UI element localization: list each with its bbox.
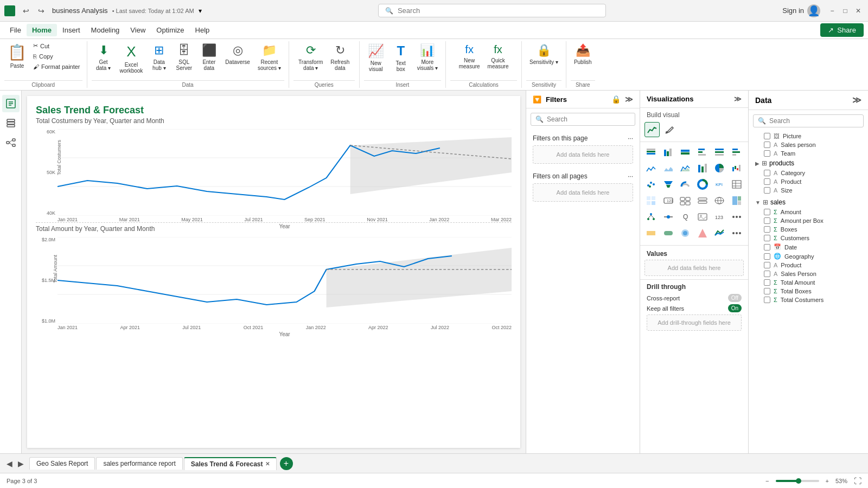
- menu-insert[interactable]: Insert: [57, 24, 86, 36]
- data-item-date[interactable]: 📅 Date: [753, 242, 864, 252]
- zoom-minus-button[interactable]: −: [765, 478, 769, 484]
- viz-treemap[interactable]: [729, 193, 744, 208]
- data-panel-expand-icon[interactable]: ≫: [852, 95, 861, 105]
- sign-in-button[interactable]: Sign in 👤: [782, 4, 820, 17]
- viz-kpi[interactable]: KPI: [712, 177, 727, 192]
- left-icon-report[interactable]: [2, 95, 20, 112]
- viz-card[interactable]: 123: [661, 193, 676, 208]
- filters-all-more-icon[interactable]: ···: [628, 172, 633, 180]
- viz-scatter[interactable]: [643, 177, 659, 192]
- ribbon-quick-measure-button[interactable]: fx Quickmeasure: [484, 41, 512, 79]
- checkbox-product-sales[interactable]: [764, 262, 770, 268]
- data-item-category[interactable]: A Category: [753, 169, 864, 177]
- global-search-bar[interactable]: 🔍: [378, 4, 606, 17]
- ribbon-dataverse-button[interactable]: ◎ Dataverse: [222, 41, 253, 79]
- data-item-product-sales[interactable]: A Product: [753, 261, 864, 269]
- fit-to-page-icon[interactable]: ⛶: [854, 477, 861, 485]
- page-nav-next[interactable]: ▶: [16, 458, 26, 469]
- data-item-team[interactable]: A Team: [753, 149, 864, 158]
- checkbox-total-amount[interactable]: [764, 279, 770, 286]
- ribbon-cut-button[interactable]: ✂ Cut: [31, 41, 82, 50]
- viz-line-area[interactable]: [678, 160, 693, 176]
- filter-expand-icon[interactable]: ≫: [625, 95, 633, 104]
- viz-ellipsis[interactable]: [729, 226, 744, 241]
- checkbox-picture[interactable]: [764, 133, 770, 139]
- ribbon-new-measure-button[interactable]: fx Newmeasure: [456, 41, 483, 79]
- ribbon-datahub-button[interactable]: ⊞ Datahub ▾: [147, 41, 171, 79]
- checkbox-total-costumers[interactable]: [764, 297, 770, 303]
- checkbox-customers[interactable]: [764, 235, 770, 241]
- zoom-slider[interactable]: [776, 480, 819, 482]
- viz-matrix[interactable]: [643, 193, 659, 208]
- ribbon-paste-button[interactable]: 📋 Paste: [4, 41, 30, 79]
- viz-custom4[interactable]: [695, 226, 710, 241]
- viz-map[interactable]: [712, 193, 727, 208]
- data-item-picture[interactable]: 🖼 Picture: [753, 132, 864, 140]
- checkbox-size[interactable]: [764, 187, 770, 194]
- viz-more-dots[interactable]: [729, 209, 744, 224]
- viz-multicard[interactable]: [678, 193, 693, 208]
- ribbon-text-box-button[interactable]: T Textbox: [389, 41, 413, 79]
- viz-clustered-bar[interactable]: [661, 144, 676, 159]
- viz-image[interactable]: [695, 209, 710, 224]
- share-button[interactable]: ↗ Share: [820, 23, 864, 37]
- viz-keyinfluencer[interactable]: [661, 209, 676, 224]
- viz-panel-expand-icon[interactable]: ≫: [734, 95, 742, 103]
- checkbox-geography[interactable]: [764, 253, 770, 260]
- viz-area2[interactable]: [661, 160, 676, 176]
- viz-barH3[interactable]: [729, 144, 744, 159]
- checkbox-team[interactable]: [764, 150, 770, 157]
- left-icon-data[interactable]: [2, 114, 20, 132]
- ribbon-copy-button[interactable]: ⎘ Copy: [31, 52, 82, 61]
- drill-cross-report-toggle[interactable]: Off: [728, 294, 742, 302]
- viz-custom2[interactable]: [661, 226, 676, 241]
- viz-custom1[interactable]: [643, 226, 659, 241]
- filter-search-box[interactable]: 🔍: [531, 113, 635, 126]
- tab-geo-sales[interactable]: Geo Sales Report: [29, 457, 95, 470]
- menu-home[interactable]: Home: [27, 24, 57, 36]
- viz-waterfall[interactable]: [729, 160, 744, 176]
- filters-page-more-icon[interactable]: ···: [628, 134, 633, 142]
- data-item-customers[interactable]: Σ Customers: [753, 234, 864, 242]
- viz-donut[interactable]: [695, 177, 710, 192]
- viz-number[interactable]: 123: [712, 209, 727, 224]
- data-item-boxes[interactable]: Σ Boxes: [753, 225, 864, 234]
- viz-pie[interactable]: [712, 160, 727, 176]
- data-item-product[interactable]: A Product: [753, 177, 864, 186]
- ribbon-new-visual-button[interactable]: 📈 Newvisual: [364, 41, 388, 79]
- checkbox-total-boxes[interactable]: [764, 288, 770, 294]
- checkbox-sales-person-field[interactable]: [764, 271, 770, 277]
- data-item-total-costumers[interactable]: Σ Total Costumers: [753, 296, 864, 304]
- menu-help[interactable]: Help: [190, 24, 215, 36]
- viz-barH1[interactable]: [695, 144, 710, 159]
- tab-close-button[interactable]: ✕: [265, 461, 270, 467]
- data-group-products-header[interactable]: ▶ ⊞ products: [753, 158, 864, 169]
- checkbox-sales-person[interactable]: [764, 142, 770, 148]
- data-search-box[interactable]: 🔍: [753, 114, 864, 127]
- data-item-amount-per-box[interactable]: Σ Amount per Box: [753, 216, 864, 225]
- menu-file[interactable]: File: [4, 24, 27, 36]
- menu-optimize[interactable]: Optimize: [151, 24, 189, 36]
- undo-button[interactable]: ↩: [20, 5, 33, 16]
- viz-area1[interactable]: [643, 160, 659, 176]
- ribbon-excel-button[interactable]: X Excelworkbook: [117, 41, 146, 79]
- ribbon-getdata-button[interactable]: ⬇ Getdata ▾: [92, 41, 116, 79]
- viz-custom3[interactable]: [678, 226, 693, 241]
- ribbon-publish-button[interactable]: 📤 Publish: [571, 41, 595, 79]
- viz-table[interactable]: [729, 177, 744, 192]
- data-item-geography[interactable]: 🌐 Geography: [753, 252, 864, 261]
- viz-slicer[interactable]: [695, 193, 710, 208]
- checkbox-category[interactable]: [764, 170, 770, 176]
- viz-qna[interactable]: Q: [678, 209, 693, 224]
- ribbon-refresh-button[interactable]: ↻ Refreshdata: [327, 41, 353, 79]
- zoom-plus-button[interactable]: +: [826, 478, 829, 484]
- filters-on-page-drop[interactable]: Add data fields here: [533, 145, 633, 164]
- zoom-slider-thumb[interactable]: [796, 478, 801, 484]
- viz-100bar[interactable]: [678, 144, 693, 159]
- checkbox-date[interactable]: [764, 244, 770, 251]
- filter-lock-icon[interactable]: 🔒: [611, 95, 621, 104]
- maximize-button[interactable]: □: [840, 5, 851, 16]
- ribbon-enter-data-button[interactable]: ⬛ Enterdata: [197, 41, 221, 79]
- drill-drop-zone[interactable]: Add drill-through fields here: [647, 314, 742, 331]
- ribbon-recent-sources-button[interactable]: 📁 Recentsources ▾: [254, 41, 284, 79]
